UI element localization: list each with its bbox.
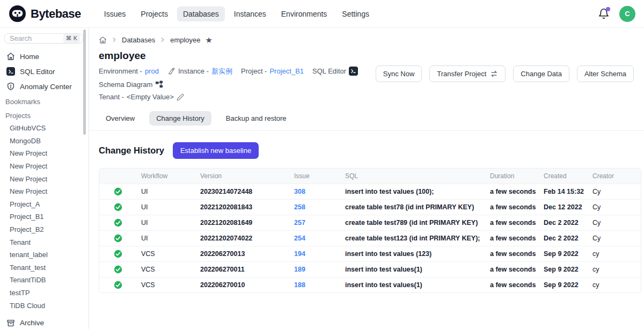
sidebar-item-archive[interactable]: Archive <box>0 314 89 329</box>
cell-created: Dec 12 2022 <box>539 200 588 215</box>
search-input[interactable]: Search ⌘ K <box>4 33 83 43</box>
cell-created: Feb 14 15:32 <box>539 184 588 200</box>
establish-baseline-button[interactable]: Establish new baseline <box>173 142 259 159</box>
sync-now-button[interactable]: Sync Now <box>376 65 422 82</box>
table-row[interactable]: UI20221202081843258create table test78 (… <box>99 200 641 215</box>
table-row[interactable]: UI20230214072448308insert into test valu… <box>99 184 641 200</box>
tab-change-history[interactable]: Change History <box>149 111 211 126</box>
nav-item-projects[interactable]: Projects <box>135 6 174 21</box>
nav-item-issues[interactable]: Issues <box>98 6 131 21</box>
cell-duration: a few seconds <box>486 200 539 215</box>
nav-item-environments[interactable]: Environments <box>275 6 333 21</box>
sidebar-item-home[interactable]: Home <box>0 49 89 64</box>
success-check-icon <box>114 281 122 289</box>
cell-workflow: VCS <box>137 277 196 293</box>
sql-editor-shortcut[interactable]: SQL Editor <box>312 65 358 77</box>
instance-link[interactable]: 新实例 <box>211 65 232 77</box>
home-icon <box>6 52 15 61</box>
success-check-icon <box>114 203 122 211</box>
table-row[interactable]: VCS202206270010188insert into test value… <box>99 277 641 293</box>
nav-item-databases[interactable]: Databases <box>177 6 225 21</box>
tab-backup-and-restore[interactable]: Backup and restore <box>219 111 294 126</box>
project-list-item[interactable]: New Project <box>0 185 89 198</box>
sidebar-section-bookmarks[interactable]: Bookmarks <box>0 94 89 108</box>
instance-engine-icon <box>167 67 175 75</box>
cell-workflow: UI <box>137 231 196 246</box>
cell-duration: a few seconds <box>486 246 539 262</box>
sidebar-scrollbar[interactable] <box>83 30 86 135</box>
cell-created: Dec 2 2022 <box>539 215 588 231</box>
cell-workflow: UI <box>137 215 196 231</box>
transfer-project-button[interactable]: Transfer Project <box>429 65 506 82</box>
project-list-item[interactable]: MongoDB <box>0 135 89 148</box>
brand-logo[interactable]: Bytebase <box>9 5 81 23</box>
cell-workflow: VCS <box>137 246 196 262</box>
tab-overview[interactable]: Overview <box>99 111 142 126</box>
col-created: Created <box>539 169 588 184</box>
project-list-item[interactable]: Project_A <box>0 198 89 211</box>
project-list-item[interactable]: testTP <box>0 287 89 299</box>
sidebar-section-projects[interactable]: Projects <box>0 108 89 122</box>
project-list-item[interactable]: tenant_label <box>0 248 89 261</box>
project-list-item[interactable]: Project_B2 <box>0 223 89 236</box>
cell-creator: cy <box>588 277 641 293</box>
schema-diagram-shortcut[interactable]: Schema Diagram <box>99 79 163 90</box>
issue-link[interactable]: 308 <box>294 188 305 195</box>
project-list-item[interactable]: New Project <box>0 160 89 173</box>
issue-link[interactable]: 188 <box>294 281 305 289</box>
issue-link[interactable]: 194 <box>294 250 305 258</box>
tenant-value: <Empty Value> <box>127 91 174 103</box>
user-avatar[interactable]: C <box>619 6 635 22</box>
cell-version: 20230214072448 <box>196 184 290 200</box>
sidebar-item-anomaly-center[interactable]: Anomaly Center <box>0 79 89 94</box>
nav-item-settings[interactable]: Settings <box>336 6 375 21</box>
alter-schema-button[interactable]: Alter Schema <box>577 65 634 82</box>
chevron-right-icon <box>112 37 117 42</box>
issue-link[interactable]: 257 <box>294 219 305 226</box>
col-sql: SQL <box>341 169 486 184</box>
cell-version: 202206270010 <box>196 277 290 293</box>
environment-link[interactable]: prod <box>145 65 159 77</box>
cell-issue: 308 <box>290 184 341 200</box>
nav-item-instances[interactable]: Instances <box>228 6 272 21</box>
top-navbar: Bytebase IssuesProjectsDatabasesInstance… <box>0 0 644 28</box>
home-icon[interactable] <box>99 36 107 44</box>
project-list-item[interactable]: TiDB Cloud <box>0 299 89 312</box>
project-link[interactable]: Project_B1 <box>269 65 304 77</box>
cell-workflow: UI <box>137 200 196 215</box>
project-list-item[interactable]: Project_B1 <box>0 210 89 223</box>
shield-icon <box>6 82 15 91</box>
cell-creator: cy <box>588 246 641 262</box>
issue-link[interactable]: 254 <box>294 235 305 242</box>
issue-link[interactable]: 189 <box>294 266 305 273</box>
cell-duration: a few seconds <box>486 215 539 231</box>
bookmark-star-icon[interactable]: ★ <box>206 36 213 44</box>
table-row[interactable]: UI20221202074022254create table test123 … <box>99 231 641 246</box>
cell-created: Sep 9 2022 <box>539 277 588 293</box>
project-list-item[interactable]: New Project <box>0 147 89 160</box>
cell-issue: 258 <box>290 200 341 215</box>
issue-link[interactable]: 258 <box>294 203 305 211</box>
change-data-button[interactable]: Change Data <box>513 65 569 82</box>
project-list-item[interactable]: TenantTiDB <box>0 274 89 287</box>
table-row[interactable]: VCS202206270011189insert into test value… <box>99 262 641 277</box>
project-list-item[interactable]: New Project <box>0 172 89 185</box>
table-row[interactable]: UI20221202081649257create table test789 … <box>99 215 641 231</box>
transfer-arrows-icon <box>490 70 498 78</box>
main-content: Databases employee ★ employee Environmen… <box>89 28 644 329</box>
cell-workflow: VCS <box>137 262 196 277</box>
project-list-item[interactable]: GitHubVCS <box>0 122 89 135</box>
cell-version: 202206270013 <box>196 246 290 262</box>
project-list-item[interactable]: Tenant_test <box>0 261 89 274</box>
cell-creator: cy <box>588 262 641 277</box>
table-row[interactable]: VCS202206270013194insert into test value… <box>99 246 641 262</box>
breadcrumb-databases[interactable]: Databases <box>122 36 155 44</box>
edit-pencil-icon[interactable] <box>177 93 184 101</box>
sidebar-item-sql-editor[interactable]: SQL Editor <box>0 64 89 79</box>
meta-instance: Instance - 新实例 <box>167 65 232 77</box>
notification-bell-button[interactable] <box>598 8 610 20</box>
col-workflow: Workflow <box>137 169 196 184</box>
success-check-icon <box>114 218 122 227</box>
table-header-row: Workflow Version Issue SQL Duration Crea… <box>99 169 641 184</box>
project-list-item[interactable]: Tenant <box>0 236 89 248</box>
